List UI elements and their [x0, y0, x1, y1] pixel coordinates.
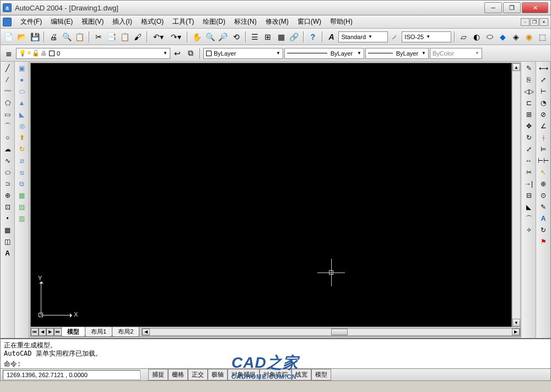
scroll-left-button[interactable]: ◀ [142, 329, 150, 335]
menu-window[interactable]: 窗口(W) [293, 16, 326, 28]
properties-button[interactable]: ☰ [249, 31, 261, 43]
layout2-tab[interactable]: 布局2 [112, 327, 139, 337]
setup-profile-tool[interactable]: ▥ [17, 213, 28, 224]
menu-insert[interactable]: 插入(I) [108, 16, 136, 28]
tab-last-button[interactable]: ⏭ [54, 328, 62, 336]
sphere-tool[interactable]: ● [17, 74, 28, 85]
cone-tool[interactable]: ▲ [17, 97, 28, 108]
tab-next-button[interactable]: ▶ [46, 328, 54, 336]
command-window[interactable]: 正在重生成模型。 AutoCAD 菜单实用程序已加载。 命令: [0, 338, 551, 369]
polar-toggle[interactable]: 极轴 [208, 369, 228, 380]
dbconnect-button[interactable]: 🔗 [288, 31, 300, 43]
scroll-up-button[interactable]: ▲ [512, 63, 520, 71]
dim-linear-tool[interactable]: ⟷ [538, 63, 549, 74]
ortho-toggle[interactable]: 正交 [188, 369, 208, 380]
solid-box-icon[interactable]: ▱ [458, 31, 470, 43]
minimize-button[interactable]: ─ [484, 2, 502, 13]
dimstyle-dropdown[interactable]: ISO-25 ▼ [402, 31, 451, 42]
slice-tool[interactable]: ⧄ [17, 155, 28, 166]
zoom-window-button[interactable]: 🔎 [217, 31, 229, 43]
open-button[interactable]: 📂 [16, 31, 28, 43]
menu-tools[interactable]: 工具(T) [168, 16, 198, 28]
linetype-dropdown[interactable]: ByLayer ▼ [284, 48, 364, 59]
plotstyle-dropdown[interactable]: ByColor ▼ [430, 48, 482, 59]
spline-tool[interactable]: ∿ [2, 155, 13, 166]
solid-sphere-icon[interactable]: ◐ [471, 31, 483, 43]
ellipse-tool[interactable]: ⬭ [2, 167, 13, 178]
chamfer-tool[interactable]: ◣ [523, 202, 534, 213]
menu-dimension[interactable]: 标注(N) [230, 16, 261, 28]
model-toggle[interactable]: 模型 [311, 369, 331, 380]
stretch-tool[interactable]: ↔ [523, 155, 534, 166]
dim-diameter-tool[interactable]: ⊘ [538, 109, 549, 120]
mdi-close-button[interactable]: × [539, 18, 548, 26]
mdi-restore-button[interactable]: ❐ [530, 18, 539, 26]
revcloud-tool[interactable]: ☁ [2, 144, 13, 155]
menu-draw[interactable]: 绘图(D) [198, 16, 230, 28]
scroll-down-button[interactable]: ▼ [512, 319, 520, 326]
snap-toggle[interactable]: 捕捉 [148, 369, 168, 380]
horizontal-scrollbar[interactable]: ◀ ▶ [142, 328, 520, 336]
dim-baseline-tool[interactable]: ⊨ [538, 144, 549, 155]
fillet-tool[interactable]: ⌒ [523, 213, 534, 224]
scale-tool[interactable]: ⤢ [523, 144, 534, 155]
trim-tool[interactable]: ✂ [523, 167, 534, 178]
layer-states-button[interactable]: ⧉ [185, 47, 197, 59]
otrack-toggle[interactable]: 对象追踪 [260, 369, 291, 380]
insert-block-tool[interactable]: ⊕ [2, 190, 13, 201]
print-preview-button[interactable]: 🔍 [61, 31, 73, 43]
dim-edit-tool[interactable]: ✎ [538, 202, 549, 213]
lineweight-dropdown[interactable]: ByLayer ▼ [365, 48, 429, 59]
hatch-tool[interactable]: ▦ [2, 225, 13, 236]
section-tool[interactable]: ⧅ [17, 167, 28, 178]
redo-button[interactable]: ↷▾ [168, 31, 185, 43]
solid-cone-icon[interactable]: ◆ [497, 31, 509, 43]
dim-angular-tool[interactable]: ∠ [538, 121, 549, 132]
point-tool[interactable]: • [2, 213, 13, 224]
layer-previous-button[interactable]: ↩ [171, 47, 183, 59]
matchprop-button[interactable]: 🖌 [132, 31, 144, 43]
torus-tool[interactable]: ◎ [17, 121, 28, 132]
toolpalette-button[interactable]: ▦ [275, 31, 287, 43]
dim-update-tool[interactable]: ↻ [538, 225, 549, 236]
dim-tolerance-tool[interactable]: ⊕ [538, 178, 549, 189]
setup-view-tool[interactable]: ▤ [17, 202, 28, 213]
menu-format[interactable]: 格式(O) [137, 16, 168, 28]
model-tab[interactable]: 模型 [61, 327, 85, 337]
maximize-button[interactable]: ❐ [503, 2, 521, 13]
textstyle-dropdown[interactable]: Standard ▼ [338, 31, 387, 42]
explode-tool[interactable]: ✧ [523, 225, 534, 236]
ellipse-arc-tool[interactable]: ⊃ [2, 178, 13, 189]
erase-tool[interactable]: ✎ [523, 63, 534, 74]
break-tool[interactable]: ⊟ [523, 190, 534, 201]
scroll-right-button[interactable]: ▶ [512, 329, 520, 335]
lwt-toggle[interactable]: 线宽 [291, 369, 311, 380]
new-button[interactable]: 📄 [3, 31, 15, 43]
layer-manager-button[interactable]: ≣ [3, 47, 15, 59]
paste-button[interactable]: 📋 [118, 31, 131, 43]
close-button[interactable]: ✕ [522, 2, 548, 13]
grid-toggle[interactable]: 栅格 [168, 369, 188, 380]
pan-realtime-button[interactable]: ✋ [191, 31, 203, 43]
undo-button[interactable]: ↶▾ [150, 31, 167, 43]
dimstyle-icon[interactable]: ⟋ [389, 31, 401, 43]
interfere-tool[interactable]: ⧉ [17, 178, 28, 189]
line-tool[interactable]: ╱ [2, 63, 13, 74]
cut-button[interactable]: ✂ [93, 31, 105, 43]
solid-extrude-icon[interactable]: ⬚ [536, 31, 548, 43]
color-dropdown[interactable]: ByLayer ▼ [203, 48, 283, 59]
mirror-tool[interactable]: ◁▷ [523, 86, 534, 97]
dim-tedit-tool[interactable]: A [538, 213, 549, 224]
region-tool[interactable]: ◫ [2, 236, 13, 247]
box-tool[interactable]: ▣ [17, 63, 28, 74]
mtext-tool[interactable]: A [2, 248, 13, 259]
dim-radius-tool[interactable]: ◔ [538, 97, 549, 108]
dim-ordinate-tool[interactable]: ⊢ [538, 86, 549, 97]
hscroll-thumb[interactable] [331, 329, 348, 335]
rotate-tool[interactable]: ↻ [523, 132, 534, 143]
menu-modify[interactable]: 修改(M) [261, 16, 293, 28]
xline-tool[interactable]: ∕ [2, 74, 13, 85]
dim-style-tool[interactable]: ⚑ [538, 236, 549, 247]
tab-prev-button[interactable]: ◀ [39, 328, 46, 336]
pline-tool[interactable]: 〰 [2, 86, 13, 97]
